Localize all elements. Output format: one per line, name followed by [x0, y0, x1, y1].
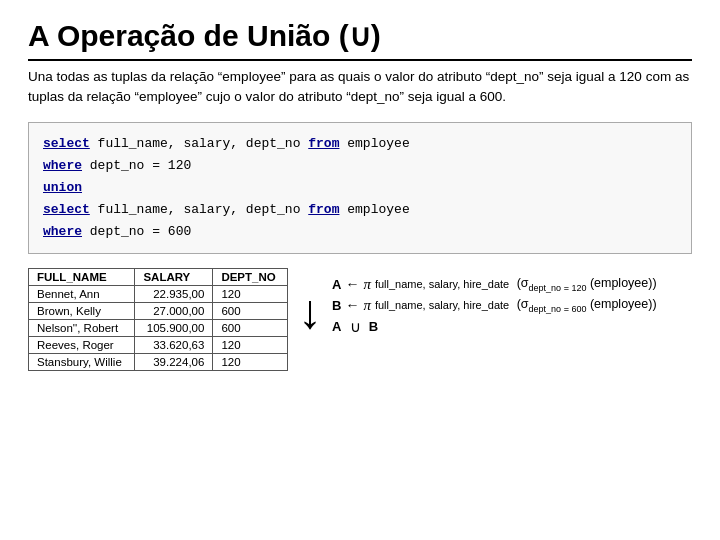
- table-cell: Bennet, Ann: [29, 285, 135, 302]
- kw-from-1: from: [308, 136, 339, 151]
- table-row: Bennet, Ann22.935,00120: [29, 285, 288, 302]
- formula-line-A: A ← π full_name, salary, hire_date (σdep…: [332, 276, 692, 293]
- kw-select-1: select: [43, 136, 90, 151]
- table-cell: Stansbury, Willie: [29, 353, 135, 370]
- sql-line-4: select full_name, salary, dept_no from e…: [43, 199, 677, 221]
- table-cell: 600: [213, 319, 288, 336]
- sql-cols-1: full_name, salary, dept_no: [90, 136, 308, 151]
- formula-B-sigma: (σdept_no = 600 (employee)): [513, 297, 656, 314]
- kw-from-2: from: [308, 202, 339, 217]
- table-row: Reeves, Roger33.620,63120: [29, 336, 288, 353]
- table-cell: Reeves, Roger: [29, 336, 135, 353]
- formula-B-label: B: [332, 298, 341, 313]
- table-header-row: FULL_NAME SALARY DEPT_NO: [29, 268, 288, 285]
- kw-union: union: [43, 180, 82, 195]
- page: A Operação de União (∪) Una todas as tup…: [0, 0, 720, 540]
- content-row: FULL_NAME SALARY DEPT_NO Bennet, Ann22.9…: [28, 268, 692, 371]
- table-cell: Nelson'', Robert: [29, 319, 135, 336]
- formula-union-A: A: [332, 319, 341, 334]
- table-row: Stansbury, Willie39.224,06120: [29, 353, 288, 370]
- table-cell: 120: [213, 336, 288, 353]
- formula-line-union: A ∪ B: [332, 318, 692, 336]
- kw-where-1: where: [43, 158, 82, 173]
- table-cell: 105.900,00: [135, 319, 213, 336]
- col-dept-no: DEPT_NO: [213, 268, 288, 285]
- result-table: FULL_NAME SALARY DEPT_NO Bennet, Ann22.9…: [28, 268, 288, 371]
- formula-B-subscript: full_name, salary, hire_date: [375, 299, 509, 311]
- table-cell: 27.000,00: [135, 302, 213, 319]
- formula-A-pi: π: [363, 276, 371, 293]
- sql-table-2: employee: [339, 202, 409, 217]
- table-row: Nelson'', Robert105.900,00600: [29, 319, 288, 336]
- formula-union-sym: ∪: [345, 318, 364, 336]
- formula-A-label: A: [332, 277, 341, 292]
- sql-cond-2: dept_no = 600: [82, 224, 191, 239]
- formula-line-B: B ← π full_name, salary, hire_date (σdep…: [332, 297, 692, 314]
- sql-line-5: where dept_no = 600: [43, 221, 677, 243]
- kw-where-2: where: [43, 224, 82, 239]
- table-row: Brown, Kelly27.000,00600: [29, 302, 288, 319]
- table-cell: 33.620,63: [135, 336, 213, 353]
- table-cell: 22.935,00: [135, 285, 213, 302]
- sql-table-1: employee: [339, 136, 409, 151]
- kw-select-2: select: [43, 202, 90, 217]
- page-title: A Operação de União (∪): [28, 18, 692, 61]
- formula-B-arrow: ←: [345, 297, 359, 313]
- formula-A-subscript: full_name, salary, hire_date: [375, 278, 509, 290]
- sql-line-3: union: [43, 177, 677, 199]
- description: Una todas as tuplas da relação “employee…: [28, 67, 692, 108]
- table-cell: 39.224,06: [135, 353, 213, 370]
- result-table-section: FULL_NAME SALARY DEPT_NO Bennet, Ann22.9…: [28, 268, 288, 371]
- down-arrow-icon: ↓: [298, 288, 322, 336]
- formula-section: A ← π full_name, salary, hire_date (σdep…: [332, 268, 692, 336]
- sql-line-1: select full_name, salary, dept_no from e…: [43, 133, 677, 155]
- sql-code-box: select full_name, salary, dept_no from e…: [28, 122, 692, 254]
- formula-A-sigma: (σdept_no = 120 (employee)): [513, 276, 656, 293]
- down-arrow-section: ↓: [298, 268, 322, 336]
- col-full-name: FULL_NAME: [29, 268, 135, 285]
- col-salary: SALARY: [135, 268, 213, 285]
- table-cell: Brown, Kelly: [29, 302, 135, 319]
- table-cell: 600: [213, 302, 288, 319]
- sql-cond-1: dept_no = 120: [82, 158, 191, 173]
- formula-union-B: B: [369, 319, 378, 334]
- sql-cols-2: full_name, salary, dept_no: [90, 202, 308, 217]
- table-cell: 120: [213, 353, 288, 370]
- sql-line-2: where dept_no = 120: [43, 155, 677, 177]
- formula-A-arrow: ←: [345, 276, 359, 292]
- formula-B-pi: π: [363, 297, 371, 314]
- table-cell: 120: [213, 285, 288, 302]
